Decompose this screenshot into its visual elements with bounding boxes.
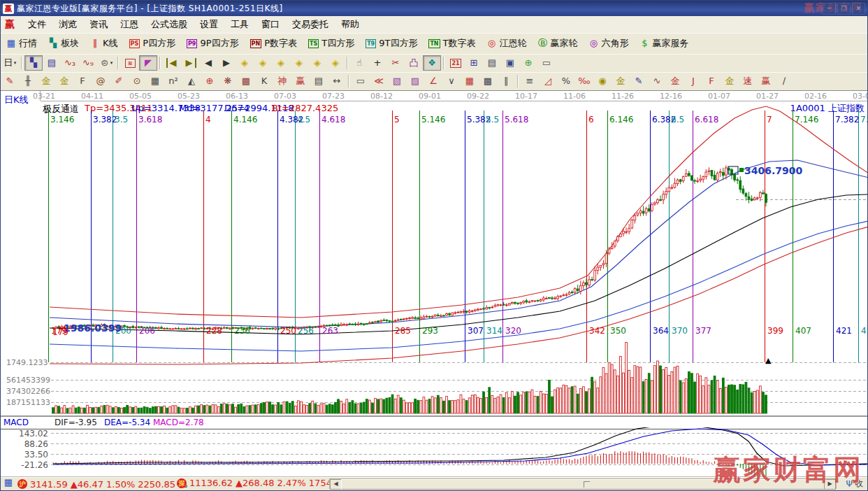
drag-hand-button[interactable]: ☝: [350, 55, 368, 71]
t-square-button[interactable]: TST四方形: [303, 35, 359, 52]
menu-formula-select[interactable]: 公式选股: [145, 17, 194, 32]
percent-levels-button[interactable]: ‰: [575, 73, 593, 89]
scroll-left-button[interactable]: ◈: [236, 55, 254, 71]
menu-news[interactable]: 资讯: [83, 17, 114, 32]
pen-levels-button[interactable]: ✎: [630, 73, 648, 89]
gold-circle-button[interactable]: ◉: [593, 73, 612, 89]
color-kline-button[interactable]: ◤: [139, 55, 157, 71]
f10-info-button[interactable]: ▤: [43, 55, 61, 71]
draw-pen-button[interactable]: ✎: [1, 73, 19, 89]
horizontal-scrollbar[interactable]: ◀ ▶: [329, 478, 837, 489]
p-number-table-button[interactable]: PNP数字表: [245, 35, 302, 52]
notepad-button[interactable]: ▤: [483, 55, 501, 71]
gold-grid-2-button[interactable]: 金: [55, 73, 73, 89]
menu-gann[interactable]: 江恩: [114, 17, 145, 32]
period-daily-dropdown-button[interactable]: 日▾: [1, 55, 19, 71]
scrollbar-left-arrow-icon[interactable]: ◀: [330, 479, 342, 490]
menu-window[interactable]: 窗口: [255, 17, 286, 32]
menu-settings[interactable]: 设置: [194, 17, 224, 32]
hexagon-button[interactable]: ◎六角形: [584, 35, 634, 52]
scroll-right-button[interactable]: ◈: [254, 55, 272, 71]
macd-pane-label[interactable]: MACD: [3, 418, 29, 427]
h-zoom-in-button[interactable]: ◈: [272, 55, 290, 71]
winner-service-button[interactable]: $赢家服务: [635, 35, 694, 52]
page-prev-button[interactable]: ◀: [199, 55, 217, 71]
quotes-button[interactable]: ▦行情: [1, 35, 42, 52]
gold-levels-button[interactable]: 金: [612, 73, 630, 89]
calculator-button[interactable]: ⊞: [465, 55, 483, 71]
parallel-channel-button[interactable]: ∥: [497, 73, 515, 89]
measure-scissors-button[interactable]: ✂: [386, 55, 405, 71]
speed-line-button[interactable]: 速: [739, 73, 757, 89]
dense-grid-button[interactable]: ▦: [146, 73, 164, 89]
menu-browse[interactable]: 浏览: [52, 17, 83, 32]
menu-help[interactable]: 帮助: [335, 17, 366, 32]
win-angle-button[interactable]: 赢: [757, 73, 775, 89]
rect-box-button[interactable]: ▭: [352, 73, 370, 89]
w-line-button[interactable]: ∕: [775, 73, 793, 89]
cycle-dropdown-button[interactable]: ⊜▾: [97, 55, 115, 71]
first-page-button[interactable]: ◀: [163, 55, 181, 71]
span-measure-button[interactable]: ↔: [328, 73, 346, 89]
v-zoom-in-button[interactable]: ◈: [308, 55, 326, 71]
t9-square-button[interactable]: T99T四方形: [361, 35, 422, 52]
menu-file[interactable]: 文件: [22, 17, 52, 32]
print-button[interactable]: ▭: [537, 55, 556, 71]
winner-wheel-button[interactable]: Ⓑ赢家轮: [533, 35, 583, 52]
fan-box-button[interactable]: ▧: [388, 73, 406, 89]
scrollbar-thumb[interactable]: [341, 479, 826, 490]
shen-ruler-button[interactable]: 神: [273, 73, 291, 89]
gold-red-button[interactable]: 金: [666, 73, 684, 89]
maximize-button[interactable]: ❐: [837, 3, 851, 15]
mini-chart-9-button[interactable]: ∿₉: [79, 55, 97, 71]
shanghai-quote[interactable]: 沪 3141.59 ▲46.47 1.50% 2250.85亿: [17, 478, 187, 490]
k-quote-ruler-button[interactable]: K: [255, 73, 273, 89]
page-next-button[interactable]: ▶: [217, 55, 236, 71]
p-square-button[interactable]: PSP四方形: [124, 35, 180, 52]
sectors-button[interactable]: ▚板块: [43, 35, 84, 52]
window-layout-button[interactable]: ▚: [24, 55, 43, 71]
spiral-tool-button[interactable]: @: [92, 73, 110, 89]
shenzhen-quote[interactable]: 深 11136.62 ▲268.48 2.47% 1754.37: [177, 478, 347, 488]
square-web-button[interactable]: ▩: [237, 73, 255, 89]
pattern-kline-button[interactable]: ≋: [121, 55, 139, 71]
t-number-table-button[interactable]: TNT数字表: [424, 35, 480, 52]
count-grid-button[interactable]: ▤: [310, 73, 328, 89]
kline-button[interactable]: ‖K线: [85, 35, 123, 52]
h-zoom-out-button[interactable]: ◈: [290, 55, 308, 71]
status-quotes-icon[interactable]: ▦: [3, 478, 13, 488]
smart-analysis-button[interactable]: ❖: [423, 55, 441, 71]
percent-tool-button[interactable]: %: [557, 73, 575, 89]
grid-red-button[interactable]: ▦: [461, 73, 479, 89]
save-button[interactable]: ▣: [501, 55, 519, 71]
percent-retrace-button[interactable]: ◿: [539, 73, 557, 89]
menu-trade-entrust[interactable]: 交易委托: [286, 17, 335, 32]
shade-box-button[interactable]: ▨: [406, 73, 424, 89]
ying-ruler-button[interactable]: 赢: [291, 73, 310, 89]
gann-fan-button[interactable]: ≪: [370, 73, 388, 89]
scrollbar-right-arrow-icon[interactable]: ▶: [824, 479, 836, 490]
j-line-button[interactable]: J: [684, 73, 702, 89]
square-of-nine-button[interactable]: n²: [164, 73, 182, 89]
gold-grid-button[interactable]: 金: [37, 73, 55, 89]
minimize-button[interactable]: ─: [823, 3, 836, 15]
macd-chart-canvas[interactable]: [1, 427, 868, 479]
export-web-button[interactable]: ⊕: [519, 55, 537, 71]
kline-chart-canvas[interactable]: [1, 91, 868, 415]
f-line-button[interactable]: F: [702, 73, 721, 89]
last-page-button[interactable]: ▶: [181, 55, 199, 71]
close-button[interactable]: ✕: [852, 3, 865, 15]
p9-square-button[interactable]: P99P四方形: [182, 35, 244, 52]
calendar-button[interactable]: 21: [447, 55, 465, 71]
draw-pen-2-button[interactable]: ✐: [110, 73, 128, 89]
time-price-grid-button[interactable]: ╫: [19, 73, 37, 89]
wave-tool-button[interactable]: ∿: [648, 73, 666, 89]
menu-tools[interactable]: 工具: [224, 17, 255, 32]
trend-angle-button[interactable]: ∠: [424, 73, 442, 89]
mini-chart-3-button[interactable]: ∿₃: [61, 55, 79, 71]
gann-wheel-button[interactable]: ◎江恩轮: [482, 35, 532, 52]
fib-levels-button[interactable]: ≡: [521, 73, 539, 89]
grid-dark-button[interactable]: ▩: [479, 73, 497, 89]
fib-grid-button[interactable]: F: [73, 73, 92, 89]
time-circle-button[interactable]: ⊙: [128, 73, 146, 89]
